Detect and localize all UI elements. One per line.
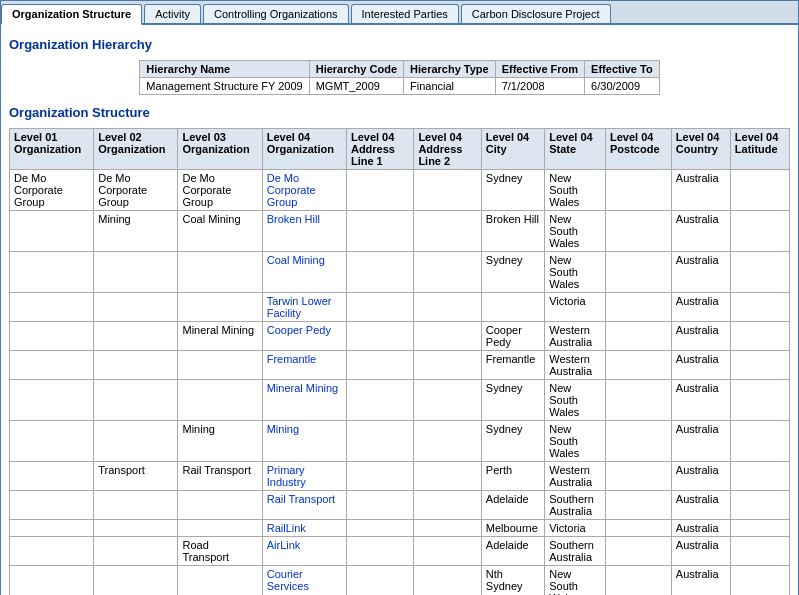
table-cell bbox=[346, 211, 413, 252]
main-col-header: Level 04 Address Line 2 bbox=[414, 129, 481, 170]
table-cell bbox=[414, 421, 481, 462]
table-row: MiningMiningSydneyNew South WalesAustral… bbox=[10, 421, 790, 462]
table-cell bbox=[94, 491, 178, 520]
table-row: De Mo Corporate GroupDe Mo Corporate Gro… bbox=[10, 170, 790, 211]
org-link[interactable]: RailLink bbox=[267, 522, 306, 534]
page-title: Organization Hierarchy bbox=[9, 37, 790, 52]
table-cell bbox=[10, 462, 94, 491]
org-link[interactable]: Primary Industry bbox=[267, 464, 306, 488]
table-cell: Australia bbox=[671, 170, 730, 211]
hier-col-to: Effective To bbox=[585, 61, 660, 78]
main-col-header: Level 03 Organization bbox=[178, 129, 262, 170]
table-cell: Sydney bbox=[481, 170, 544, 211]
org-link[interactable]: Cooper Pedy bbox=[267, 324, 331, 336]
table-cell: New South Wales bbox=[545, 566, 606, 596]
table-cell bbox=[346, 520, 413, 537]
table-cell: Adelaide bbox=[481, 491, 544, 520]
org-link[interactable]: Courier Services bbox=[267, 568, 309, 592]
table-cell bbox=[10, 322, 94, 351]
table-cell: Victoria bbox=[545, 293, 606, 322]
table-cell[interactable]: Mineral Mining bbox=[262, 380, 346, 421]
table-cell bbox=[605, 170, 671, 211]
table-cell: New South Wales bbox=[545, 211, 606, 252]
table-row: Coal MiningSydneyNew South WalesAustrali… bbox=[10, 252, 790, 293]
table-cell bbox=[414, 293, 481, 322]
tab-carbon[interactable]: Carbon Disclosure Project bbox=[461, 4, 611, 23]
table-cell: Australia bbox=[671, 462, 730, 491]
org-link[interactable]: Fremantle bbox=[267, 353, 317, 365]
table-cell bbox=[346, 491, 413, 520]
table-cell bbox=[605, 351, 671, 380]
table-cell: New South Wales bbox=[545, 421, 606, 462]
table-cell[interactable]: Broken Hill bbox=[262, 211, 346, 252]
table-cell: Sydney bbox=[481, 252, 544, 293]
org-link[interactable]: Tarwin Lower Facility bbox=[267, 295, 332, 319]
table-cell[interactable]: Tarwin Lower Facility bbox=[262, 293, 346, 322]
main-col-header: Level 04 Country bbox=[671, 129, 730, 170]
table-cell: Australia bbox=[671, 520, 730, 537]
table-row: MiningCoal MiningBroken HillBroken HillN… bbox=[10, 211, 790, 252]
table-cell bbox=[346, 421, 413, 462]
table-cell bbox=[346, 351, 413, 380]
org-link[interactable]: Rail Transport bbox=[267, 493, 335, 505]
table-cell: Australia bbox=[671, 322, 730, 351]
table-row: TransportRail TransportPrimary IndustryP… bbox=[10, 462, 790, 491]
main-col-header: Level 04 Latitude bbox=[730, 129, 789, 170]
table-cell: De Mo Corporate Group bbox=[178, 170, 262, 211]
org-link[interactable]: Mining bbox=[267, 423, 299, 435]
org-link[interactable]: Broken Hill bbox=[267, 213, 320, 225]
table-cell bbox=[605, 462, 671, 491]
hier-col-name: Hierarchy Name bbox=[140, 61, 309, 78]
table-cell[interactable]: Mining bbox=[262, 421, 346, 462]
table-cell[interactable]: RailLink bbox=[262, 520, 346, 537]
table-row: Rail TransportAdelaideSouthern Australia… bbox=[10, 491, 790, 520]
table-cell: Mining bbox=[178, 421, 262, 462]
table-cell[interactable]: Primary Industry bbox=[262, 462, 346, 491]
table-cell bbox=[730, 211, 789, 252]
table-cell bbox=[346, 322, 413, 351]
table-cell: Transport bbox=[94, 462, 178, 491]
table-cell bbox=[730, 170, 789, 211]
main-col-header: Level 02 Organization bbox=[94, 129, 178, 170]
table-cell: Cooper Pedy bbox=[481, 322, 544, 351]
table-cell bbox=[94, 252, 178, 293]
org-link[interactable]: De Mo Corporate Group bbox=[267, 172, 316, 208]
tab-activity[interactable]: Activity bbox=[144, 4, 201, 23]
hier-cell: MGMT_2009 bbox=[309, 78, 403, 95]
table-cell: Sydney bbox=[481, 421, 544, 462]
table-cell: Coal Mining bbox=[178, 211, 262, 252]
table-cell[interactable]: Rail Transport bbox=[262, 491, 346, 520]
table-cell bbox=[94, 520, 178, 537]
tab-interested-parties[interactable]: Interested Parties bbox=[351, 4, 459, 23]
table-cell bbox=[414, 252, 481, 293]
hier-cell: 6/30/2009 bbox=[585, 78, 660, 95]
table-cell bbox=[414, 322, 481, 351]
table-cell bbox=[10, 351, 94, 380]
tab-controlling-orgs[interactable]: Controlling Organizations bbox=[203, 4, 349, 23]
hier-col-type: Hierarchy Type bbox=[404, 61, 496, 78]
table-cell[interactable]: AirLink bbox=[262, 537, 346, 566]
org-link[interactable]: Mineral Mining bbox=[267, 382, 339, 394]
table-cell[interactable]: Courier Services bbox=[262, 566, 346, 596]
tab-org-structure[interactable]: Organization Structure bbox=[1, 4, 142, 25]
table-cell bbox=[414, 491, 481, 520]
table-cell bbox=[10, 537, 94, 566]
table-cell: Mining bbox=[94, 211, 178, 252]
org-link[interactable]: AirLink bbox=[267, 539, 301, 551]
table-cell bbox=[178, 520, 262, 537]
table-cell bbox=[605, 566, 671, 596]
table-cell[interactable]: Fremantle bbox=[262, 351, 346, 380]
hierarchy-table: Hierarchy Name Hierarchy Code Hierarchy … bbox=[139, 60, 659, 95]
table-cell bbox=[605, 421, 671, 462]
table-cell bbox=[730, 421, 789, 462]
table-cell bbox=[178, 380, 262, 421]
table-cell bbox=[10, 520, 94, 537]
table-cell: Australia bbox=[671, 491, 730, 520]
org-link[interactable]: Coal Mining bbox=[267, 254, 325, 266]
table-cell[interactable]: Coal Mining bbox=[262, 252, 346, 293]
table-cell bbox=[730, 537, 789, 566]
table-cell: Australia bbox=[671, 537, 730, 566]
table-cell[interactable]: De Mo Corporate Group bbox=[262, 170, 346, 211]
table-cell[interactable]: Cooper Pedy bbox=[262, 322, 346, 351]
table-cell: De Mo Corporate Group bbox=[94, 170, 178, 211]
